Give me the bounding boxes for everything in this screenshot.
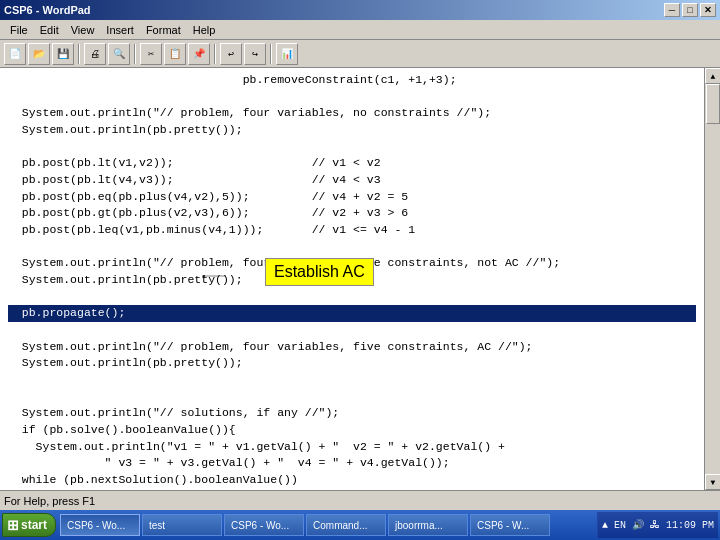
code-line-19 — [8, 389, 696, 406]
code-line-25: System.out.println("v1 = " + v1.getVal()… — [8, 489, 696, 490]
taskbar-items: CSP6 - Wo... test CSP6 - Wo... Command..… — [60, 514, 597, 536]
menu-bar: File Edit View Insert Format Help — [0, 20, 720, 40]
window-title: CSP6 - WordPad — [4, 4, 91, 16]
annotation-arrow — [170, 275, 260, 277]
menu-format[interactable]: Format — [140, 22, 187, 38]
taskbar-item-6[interactable]: CSP6 - W... — [470, 514, 550, 536]
code-line-22: System.out.println("v1 = " + v1.getVal()… — [8, 439, 696, 456]
code-line-13 — [8, 289, 696, 306]
annotation-establish-ac: Establish AC — [265, 258, 374, 286]
minimize-button[interactable]: ─ — [664, 3, 680, 17]
undo-button[interactable]: ↩ — [220, 43, 242, 65]
code-line-17: System.out.println(pb.pretty()); — [8, 355, 696, 372]
start-button[interactable]: ⊞ start — [2, 513, 56, 537]
code-line-18 — [8, 372, 696, 389]
menu-insert[interactable]: Insert — [100, 22, 140, 38]
code-line-2: System.out.println("// problem, four var… — [8, 105, 696, 122]
code-line-20: System.out.println("// solutions, if any… — [8, 405, 696, 422]
menu-edit[interactable]: Edit — [34, 22, 65, 38]
open-button[interactable]: 📂 — [28, 43, 50, 65]
taskbar-clock: 11:09 PM — [666, 520, 714, 531]
toolbar-sep-1 — [78, 44, 80, 64]
code-line-7: pb.post(pb.eq(pb.plus(v4,v2),5)); // v4 … — [8, 189, 696, 206]
insert-button[interactable]: 📊 — [276, 43, 298, 65]
menu-view[interactable]: View — [65, 22, 101, 38]
code-line-9: pb.post(pb.leq(v1,pb.minus(v4,1))); // v… — [8, 222, 696, 239]
menu-help[interactable]: Help — [187, 22, 222, 38]
vertical-scrollbar[interactable]: ▲ ▼ — [704, 68, 720, 490]
close-button[interactable]: ✕ — [700, 3, 716, 17]
print-button[interactable]: 🖨 — [84, 43, 106, 65]
scroll-up-button[interactable]: ▲ — [705, 68, 720, 84]
copy-button[interactable]: 📋 — [164, 43, 186, 65]
taskbar-item-1[interactable]: CSP6 - Wo... — [60, 514, 140, 536]
code-line-24: while (pb.nextSolution().booleanValue()) — [8, 472, 696, 489]
redo-button[interactable]: ↪ — [244, 43, 266, 65]
toolbar-sep-3 — [214, 44, 216, 64]
code-line-4 — [8, 139, 696, 156]
status-text: For Help, press F1 — [4, 495, 95, 507]
code-line-21: if (pb.solve().booleanValue()){ — [8, 422, 696, 439]
preview-button[interactable]: 🔍 — [108, 43, 130, 65]
scroll-track[interactable] — [705, 84, 720, 474]
title-bar: CSP6 - WordPad ─ □ ✕ — [0, 0, 720, 20]
scroll-down-button[interactable]: ▼ — [705, 474, 720, 490]
taskbar: ⊞ start CSP6 - Wo... test CSP6 - Wo... C… — [0, 510, 720, 540]
code-line-8: pb.post(pb.gt(pb.plus(v2,v3),6)); // v2 … — [8, 205, 696, 222]
toolbar-sep-2 — [134, 44, 136, 64]
taskbar-item-2[interactable]: test — [142, 514, 222, 536]
code-line-10 — [8, 239, 696, 256]
new-button[interactable]: 📄 — [4, 43, 26, 65]
window-controls: ─ □ ✕ — [664, 3, 716, 17]
code-line-3: System.out.println(pb.pretty()); — [8, 122, 696, 139]
scroll-thumb[interactable] — [706, 84, 720, 124]
code-line-5: pb.post(pb.lt(v1,v2)); // v1 < v2 — [8, 155, 696, 172]
code-line-23: " v3 = " + v3.getVal() + " v4 = " + v4.g… — [8, 455, 696, 472]
taskbar-item-5[interactable]: jboorrma... — [388, 514, 468, 536]
taskbar-item-3[interactable]: CSP6 - Wo... — [224, 514, 304, 536]
code-line-1 — [8, 89, 696, 106]
taskbar-time: ▲ EN 🔊 🖧 — [602, 519, 660, 531]
save-button[interactable]: 💾 — [52, 43, 74, 65]
paste-button[interactable]: 📌 — [188, 43, 210, 65]
code-line-16: System.out.println("// problem, four var… — [8, 339, 696, 356]
toolbar: 📄 📂 💾 🖨 🔍 ✂ 📋 📌 ↩ ↪ 📊 — [0, 40, 720, 68]
maximize-button[interactable]: □ — [682, 3, 698, 17]
code-line-6: pb.post(pb.lt(v4,v3)); // v4 < v3 — [8, 172, 696, 189]
taskbar-item-4[interactable]: Command... — [306, 514, 386, 536]
code-line-14: pb.propagate(); — [8, 305, 696, 322]
taskbar-tray: ▲ EN 🔊 🖧 11:09 PM — [597, 512, 718, 538]
menu-file[interactable]: File — [4, 22, 34, 38]
status-bar: For Help, press F1 — [0, 490, 720, 510]
cut-button[interactable]: ✂ — [140, 43, 162, 65]
code-line-15 — [8, 322, 696, 339]
code-line-0: pb.removeConstraint(c1, +1,+3); — [8, 72, 696, 89]
content-area: pb.removeConstraint(c1, +1,+3); System.o… — [0, 68, 720, 490]
toolbar-sep-4 — [270, 44, 272, 64]
